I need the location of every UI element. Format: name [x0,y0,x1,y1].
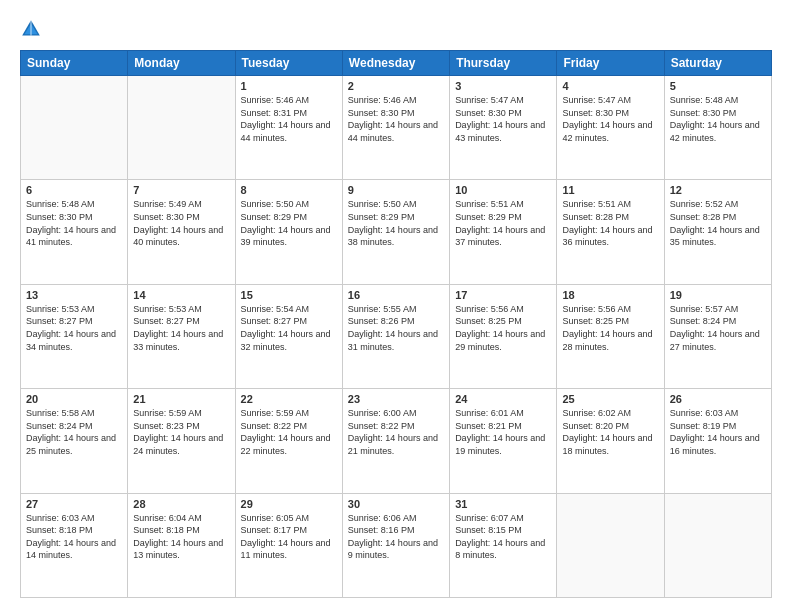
day-number: 3 [455,80,551,92]
day-cell: 4Sunrise: 5:47 AM Sunset: 8:30 PM Daylig… [557,76,664,180]
header-cell-sunday: Sunday [21,51,128,76]
calendar-header: SundayMondayTuesdayWednesdayThursdayFrid… [21,51,772,76]
week-row-1: 1Sunrise: 5:46 AM Sunset: 8:31 PM Daylig… [21,76,772,180]
day-info: Sunrise: 6:00 AM Sunset: 8:22 PM Dayligh… [348,407,444,457]
day-cell: 30Sunrise: 6:06 AM Sunset: 8:16 PM Dayli… [342,493,449,597]
day-number: 17 [455,289,551,301]
day-info: Sunrise: 5:47 AM Sunset: 8:30 PM Dayligh… [562,94,658,144]
day-cell: 22Sunrise: 5:59 AM Sunset: 8:22 PM Dayli… [235,389,342,493]
day-info: Sunrise: 5:48 AM Sunset: 8:30 PM Dayligh… [26,198,122,248]
day-info: Sunrise: 5:50 AM Sunset: 8:29 PM Dayligh… [241,198,337,248]
day-number: 7 [133,184,229,196]
day-info: Sunrise: 5:57 AM Sunset: 8:24 PM Dayligh… [670,303,766,353]
day-cell: 16Sunrise: 5:55 AM Sunset: 8:26 PM Dayli… [342,284,449,388]
logo [20,18,46,40]
day-info: Sunrise: 6:01 AM Sunset: 8:21 PM Dayligh… [455,407,551,457]
day-cell [128,76,235,180]
day-cell [557,493,664,597]
day-info: Sunrise: 5:50 AM Sunset: 8:29 PM Dayligh… [348,198,444,248]
day-number: 10 [455,184,551,196]
day-info: Sunrise: 5:49 AM Sunset: 8:30 PM Dayligh… [133,198,229,248]
day-info: Sunrise: 5:53 AM Sunset: 8:27 PM Dayligh… [26,303,122,353]
day-number: 11 [562,184,658,196]
day-cell: 1Sunrise: 5:46 AM Sunset: 8:31 PM Daylig… [235,76,342,180]
day-number: 31 [455,498,551,510]
header-cell-saturday: Saturday [664,51,771,76]
day-number: 6 [26,184,122,196]
day-number: 8 [241,184,337,196]
day-info: Sunrise: 6:03 AM Sunset: 8:19 PM Dayligh… [670,407,766,457]
day-cell [21,76,128,180]
day-info: Sunrise: 5:46 AM Sunset: 8:31 PM Dayligh… [241,94,337,144]
header-cell-monday: Monday [128,51,235,76]
day-cell: 26Sunrise: 6:03 AM Sunset: 8:19 PM Dayli… [664,389,771,493]
page: SundayMondayTuesdayWednesdayThursdayFrid… [0,0,792,612]
header-row: SundayMondayTuesdayWednesdayThursdayFrid… [21,51,772,76]
day-cell: 23Sunrise: 6:00 AM Sunset: 8:22 PM Dayli… [342,389,449,493]
day-cell: 19Sunrise: 5:57 AM Sunset: 8:24 PM Dayli… [664,284,771,388]
calendar-table: SundayMondayTuesdayWednesdayThursdayFrid… [20,50,772,598]
day-cell: 18Sunrise: 5:56 AM Sunset: 8:25 PM Dayli… [557,284,664,388]
day-number: 16 [348,289,444,301]
day-cell: 12Sunrise: 5:52 AM Sunset: 8:28 PM Dayli… [664,180,771,284]
day-cell: 24Sunrise: 6:01 AM Sunset: 8:21 PM Dayli… [450,389,557,493]
day-cell: 3Sunrise: 5:47 AM Sunset: 8:30 PM Daylig… [450,76,557,180]
header [20,18,772,40]
day-number: 22 [241,393,337,405]
header-cell-wednesday: Wednesday [342,51,449,76]
day-cell: 6Sunrise: 5:48 AM Sunset: 8:30 PM Daylig… [21,180,128,284]
day-info: Sunrise: 5:47 AM Sunset: 8:30 PM Dayligh… [455,94,551,144]
day-info: Sunrise: 5:53 AM Sunset: 8:27 PM Dayligh… [133,303,229,353]
day-cell: 17Sunrise: 5:56 AM Sunset: 8:25 PM Dayli… [450,284,557,388]
day-info: Sunrise: 6:07 AM Sunset: 8:15 PM Dayligh… [455,512,551,562]
day-number: 12 [670,184,766,196]
day-cell: 28Sunrise: 6:04 AM Sunset: 8:18 PM Dayli… [128,493,235,597]
day-info: Sunrise: 5:56 AM Sunset: 8:25 PM Dayligh… [455,303,551,353]
day-cell: 13Sunrise: 5:53 AM Sunset: 8:27 PM Dayli… [21,284,128,388]
header-cell-thursday: Thursday [450,51,557,76]
day-number: 27 [26,498,122,510]
day-number: 4 [562,80,658,92]
day-number: 18 [562,289,658,301]
day-info: Sunrise: 5:46 AM Sunset: 8:30 PM Dayligh… [348,94,444,144]
day-info: Sunrise: 6:05 AM Sunset: 8:17 PM Dayligh… [241,512,337,562]
day-number: 2 [348,80,444,92]
week-row-3: 13Sunrise: 5:53 AM Sunset: 8:27 PM Dayli… [21,284,772,388]
day-number: 15 [241,289,337,301]
header-cell-friday: Friday [557,51,664,76]
day-cell: 21Sunrise: 5:59 AM Sunset: 8:23 PM Dayli… [128,389,235,493]
day-info: Sunrise: 5:54 AM Sunset: 8:27 PM Dayligh… [241,303,337,353]
day-info: Sunrise: 6:04 AM Sunset: 8:18 PM Dayligh… [133,512,229,562]
day-cell: 31Sunrise: 6:07 AM Sunset: 8:15 PM Dayli… [450,493,557,597]
day-cell: 14Sunrise: 5:53 AM Sunset: 8:27 PM Dayli… [128,284,235,388]
day-number: 29 [241,498,337,510]
day-info: Sunrise: 5:59 AM Sunset: 8:23 PM Dayligh… [133,407,229,457]
day-number: 24 [455,393,551,405]
day-info: Sunrise: 6:02 AM Sunset: 8:20 PM Dayligh… [562,407,658,457]
day-info: Sunrise: 5:48 AM Sunset: 8:30 PM Dayligh… [670,94,766,144]
day-info: Sunrise: 5:51 AM Sunset: 8:28 PM Dayligh… [562,198,658,248]
day-cell: 25Sunrise: 6:02 AM Sunset: 8:20 PM Dayli… [557,389,664,493]
day-number: 20 [26,393,122,405]
day-number: 26 [670,393,766,405]
day-number: 19 [670,289,766,301]
day-info: Sunrise: 5:55 AM Sunset: 8:26 PM Dayligh… [348,303,444,353]
day-info: Sunrise: 5:56 AM Sunset: 8:25 PM Dayligh… [562,303,658,353]
day-cell: 2Sunrise: 5:46 AM Sunset: 8:30 PM Daylig… [342,76,449,180]
day-number: 28 [133,498,229,510]
day-cell: 9Sunrise: 5:50 AM Sunset: 8:29 PM Daylig… [342,180,449,284]
day-number: 14 [133,289,229,301]
day-cell: 15Sunrise: 5:54 AM Sunset: 8:27 PM Dayli… [235,284,342,388]
day-cell: 5Sunrise: 5:48 AM Sunset: 8:30 PM Daylig… [664,76,771,180]
day-cell: 8Sunrise: 5:50 AM Sunset: 8:29 PM Daylig… [235,180,342,284]
day-info: Sunrise: 5:58 AM Sunset: 8:24 PM Dayligh… [26,407,122,457]
day-number: 21 [133,393,229,405]
day-info: Sunrise: 5:51 AM Sunset: 8:29 PM Dayligh… [455,198,551,248]
day-info: Sunrise: 6:06 AM Sunset: 8:16 PM Dayligh… [348,512,444,562]
week-row-2: 6Sunrise: 5:48 AM Sunset: 8:30 PM Daylig… [21,180,772,284]
day-number: 5 [670,80,766,92]
week-row-4: 20Sunrise: 5:58 AM Sunset: 8:24 PM Dayli… [21,389,772,493]
logo-icon [20,18,42,40]
day-cell: 29Sunrise: 6:05 AM Sunset: 8:17 PM Dayli… [235,493,342,597]
day-cell: 10Sunrise: 5:51 AM Sunset: 8:29 PM Dayli… [450,180,557,284]
